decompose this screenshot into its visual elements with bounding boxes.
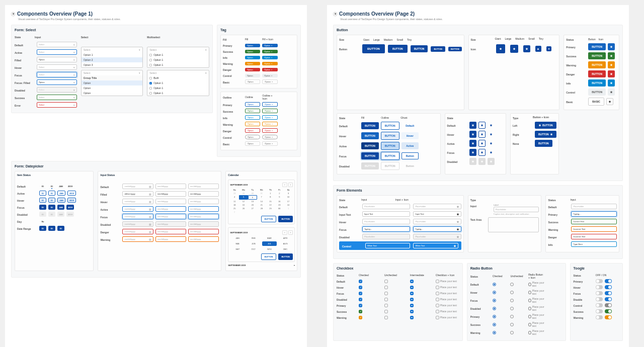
calendar-day[interactable]: 8 bbox=[266, 195, 275, 200]
calendar-month[interactable]: SEPTEMBER 2019 bbox=[230, 231, 248, 234]
calendar-month-cell[interactable]: JUN bbox=[246, 241, 261, 246]
textarea[interactable] bbox=[488, 217, 539, 232]
date-input[interactable]: mm/dd/yyyy▦ bbox=[122, 206, 153, 212]
button[interactable]: BUTTON bbox=[588, 61, 606, 68]
button[interactable]: BUTTON bbox=[388, 45, 408, 53]
radio[interactable] bbox=[493, 299, 496, 302]
date-chip[interactable]: 2019 bbox=[66, 205, 74, 210]
checkbox[interactable] bbox=[384, 298, 388, 301]
calendar-month-cell[interactable]: DEC bbox=[278, 247, 293, 251]
chevron-right-icon[interactable]: › bbox=[288, 183, 293, 187]
date-input[interactable]: mm/dd/yyyy▦ bbox=[122, 229, 153, 234]
checkbox[interactable]: ✓ bbox=[359, 286, 362, 289]
date-input[interactable]: mm/dd/yyyy▦ bbox=[122, 236, 153, 242]
button[interactable]: BUTTON bbox=[381, 122, 399, 130]
date-chip[interactable]: JAN bbox=[57, 198, 65, 203]
icon-button[interactable] bbox=[606, 98, 613, 105]
calendar-day[interactable]: 4 bbox=[230, 195, 239, 200]
radio[interactable] bbox=[510, 283, 514, 286]
checkbox[interactable]: ✓ bbox=[359, 310, 362, 313]
date-chip[interactable]: 01 bbox=[39, 226, 46, 231]
select-input[interactable]: Select▾ bbox=[37, 72, 77, 77]
select-option[interactable]: Option bbox=[82, 85, 143, 91]
calendar-day[interactable]: 17 bbox=[284, 200, 293, 203]
chevron-left-icon[interactable]: ‹ bbox=[282, 230, 287, 235]
select-option[interactable]: Option bbox=[82, 91, 143, 96]
select-input[interactable]: Select▾ bbox=[37, 95, 77, 100]
radio[interactable] bbox=[510, 299, 514, 302]
icon-button[interactable] bbox=[608, 52, 615, 59]
toggle[interactable] bbox=[596, 291, 603, 295]
date-input[interactable]: mm/dd/yyyy▦ bbox=[122, 199, 153, 204]
text-input[interactable]: Placeholder bbox=[571, 204, 617, 209]
text-input[interactable]: Placeholder bbox=[413, 204, 461, 209]
checkbox[interactable] bbox=[410, 286, 414, 289]
radio[interactable] bbox=[493, 315, 496, 318]
tag[interactable]: Option bbox=[245, 109, 260, 113]
calendar-ok-button[interactable]: BUTTON bbox=[278, 253, 293, 260]
button[interactable]: BUTTON bbox=[361, 122, 379, 129]
button[interactable]: BUTTON bbox=[381, 142, 399, 150]
calendar-day[interactable]: 26 bbox=[239, 207, 248, 210]
checkbox[interactable]: ✓ bbox=[359, 280, 362, 283]
toggle[interactable] bbox=[605, 279, 612, 283]
calendar-day[interactable]: 1 bbox=[266, 192, 275, 195]
select-dropdown[interactable]: Select▾ Option 1 Option 2 Option 3 bbox=[81, 47, 143, 68]
radio[interactable] bbox=[528, 307, 531, 310]
toggle[interactable] bbox=[596, 279, 603, 283]
checkbox[interactable] bbox=[436, 280, 439, 283]
checkbox[interactable] bbox=[384, 292, 388, 295]
radio[interactable] bbox=[510, 307, 514, 310]
date-chip[interactable]: JAN bbox=[57, 205, 64, 210]
tag[interactable]: Option × bbox=[262, 102, 277, 107]
date-chip[interactable]: 01 bbox=[39, 191, 46, 196]
toggle[interactable] bbox=[605, 315, 612, 319]
calendar-day[interactable]: 2 bbox=[275, 192, 284, 195]
date-chip[interactable]: 01 bbox=[39, 205, 46, 210]
icon-button[interactable] bbox=[469, 122, 476, 129]
icon-button[interactable] bbox=[608, 70, 615, 77]
date-input[interactable]: mm/dd/yyyy bbox=[155, 236, 186, 242]
calendar-day[interactable]: 20 bbox=[248, 203, 257, 207]
icon-button[interactable] bbox=[608, 61, 615, 68]
tag[interactable]: Option × bbox=[262, 50, 277, 53]
tag[interactable]: Option × bbox=[262, 79, 277, 84]
toggle[interactable] bbox=[605, 291, 612, 295]
calendar-month-cell[interactable]: MAR bbox=[262, 236, 277, 240]
checkbox[interactable] bbox=[436, 304, 439, 307]
calendar-month-cell[interactable]: OCT bbox=[246, 247, 261, 251]
radio[interactable] bbox=[528, 283, 531, 286]
radio[interactable] bbox=[528, 299, 531, 302]
tag[interactable]: Option bbox=[245, 122, 260, 126]
tag[interactable]: Option bbox=[245, 74, 260, 77]
button[interactable]: BUTTON bbox=[588, 43, 606, 50]
toggle[interactable] bbox=[596, 315, 603, 319]
tag[interactable]: Option bbox=[245, 115, 260, 120]
radio[interactable] bbox=[493, 323, 496, 326]
calendar-month[interactable]: SEPTEMBER 2019 bbox=[230, 184, 248, 186]
button[interactable]: BUTTON bbox=[431, 46, 445, 52]
date-input[interactable]: mm/dd/yyyy▦ bbox=[122, 214, 153, 219]
tag[interactable]: Option bbox=[245, 68, 260, 71]
select-option[interactable]: Option 1 bbox=[147, 91, 209, 96]
date-chip[interactable]: 01 bbox=[39, 198, 46, 203]
button[interactable]: BUTTON bbox=[448, 47, 462, 51]
calendar-day[interactable]: 5 bbox=[239, 195, 248, 200]
date-input[interactable]: mm/dd/yyyy bbox=[188, 199, 219, 204]
checkbox[interactable] bbox=[436, 310, 439, 313]
tag[interactable]: Option × bbox=[262, 44, 277, 47]
multiselect-dropdown[interactable]: Select▾ Both ✓Option 1 Option 1 Option 1 bbox=[147, 70, 209, 96]
radio[interactable] bbox=[510, 323, 514, 326]
checkbox[interactable] bbox=[384, 286, 388, 289]
toggle[interactable] bbox=[596, 309, 603, 313]
checkbox[interactable] bbox=[410, 280, 414, 283]
multiselect-dropdown[interactable]: Select▾ Option 1 Option 1 Option 1 bbox=[147, 47, 209, 68]
button[interactable]: BUTTON bbox=[361, 162, 379, 169]
date-input[interactable]: mm/dd/yyyy bbox=[188, 206, 219, 212]
tag[interactable]: Option bbox=[245, 50, 260, 53]
tag[interactable]: Option bbox=[245, 128, 260, 133]
text-input[interactable]: Placeholder bbox=[362, 204, 410, 209]
text-input[interactable]: Typing... bbox=[362, 226, 410, 232]
calendar-month-cell[interactable]: JAN bbox=[230, 236, 245, 240]
icon-button[interactable] bbox=[488, 122, 495, 129]
